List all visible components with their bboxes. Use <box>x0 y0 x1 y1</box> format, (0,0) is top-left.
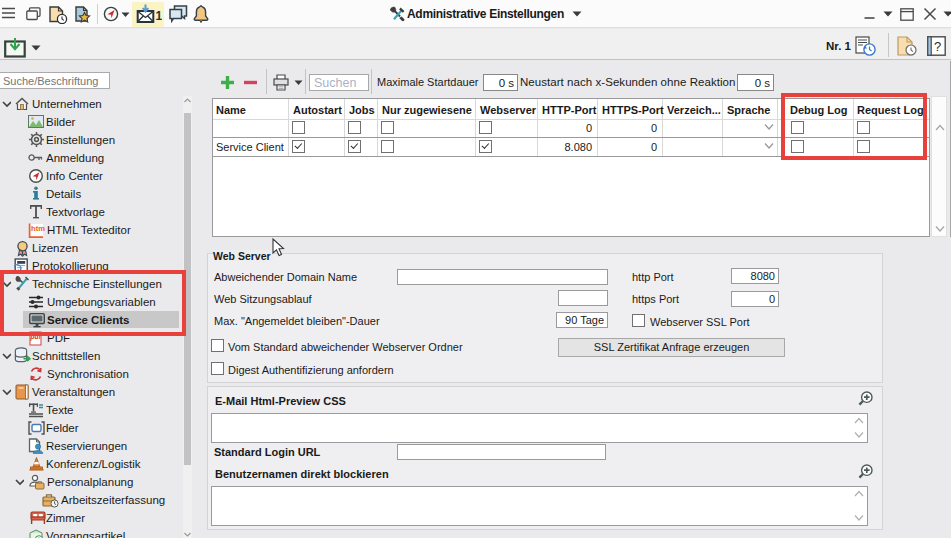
svg-text:1: 1 <box>156 9 163 23</box>
svg-text:?: ? <box>934 39 941 54</box>
svg-text:htm: htm <box>31 224 45 233</box>
